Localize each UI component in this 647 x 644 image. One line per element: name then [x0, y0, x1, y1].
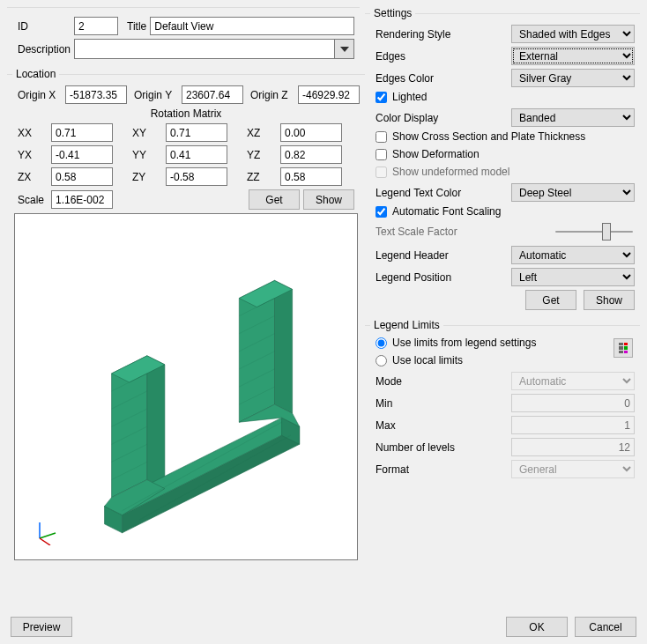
origin-z-input[interactable]: [298, 85, 360, 104]
auto-font-label: Automatic Font Scaling: [392, 205, 501, 218]
origin-x-input[interactable]: [65, 85, 127, 104]
settings-legend: Settings: [370, 7, 415, 19]
min-input: [511, 394, 635, 412]
lighted-label: Lighted: [392, 91, 427, 103]
show-undeformed-label: Show undeformed model: [392, 166, 509, 178]
legend-position-label: Legend Position: [376, 271, 462, 284]
axis-triad-icon: [33, 519, 59, 545]
origin-y-input[interactable]: [182, 85, 243, 104]
svg-line-28: [40, 538, 50, 545]
mode-select: Automatic: [511, 372, 635, 390]
format-select: General: [511, 460, 635, 478]
zx-input[interactable]: [51, 167, 113, 186]
min-label: Min: [376, 397, 462, 410]
legend-limits-legend: Legend Limits: [370, 319, 443, 331]
show-cross-checkbox[interactable]: [376, 131, 387, 143]
yz-input[interactable]: [280, 145, 342, 164]
use-local-label: Use local limits: [392, 354, 463, 366]
use-local-radio[interactable]: [376, 355, 387, 366]
mode-label: Mode: [376, 375, 462, 388]
max-input: [511, 416, 635, 434]
svg-marker-1: [147, 356, 165, 489]
show-deform-label: Show Deformation: [392, 148, 480, 160]
show-cross-label: Show Cross Section and Plate Thickness: [392, 130, 585, 143]
xy-label: XY: [132, 127, 162, 139]
rendering-style-label: Rendering Style: [376, 28, 462, 41]
zz-input[interactable]: [280, 167, 342, 186]
svg-line-27: [40, 533, 56, 538]
description-input[interactable]: [74, 39, 334, 59]
description-label: Description: [18, 43, 71, 56]
location-legend: Location: [12, 68, 59, 80]
description-dropdown-button[interactable]: [334, 39, 354, 59]
edges-label: Edges: [376, 50, 462, 63]
edges-select[interactable]: External: [511, 47, 635, 65]
chevron-down-icon: [340, 47, 349, 52]
xy-input[interactable]: [166, 123, 227, 142]
origin-y-label: Origin Y: [134, 89, 178, 101]
format-label: Format: [376, 463, 462, 476]
text-scale-slider: [554, 223, 635, 241]
legend-text-color-select[interactable]: Deep Steel: [511, 183, 635, 202]
yx-label: YX: [18, 149, 48, 161]
legend-text-color-label: Legend Text Color: [376, 187, 462, 199]
legend-header-label: Legend Header: [376, 249, 462, 262]
model-render: [15, 214, 357, 559]
settings-get-button[interactable]: Get: [525, 290, 576, 310]
settings-show-button[interactable]: Show: [584, 290, 635, 310]
color-display-label: Color Display: [376, 112, 462, 124]
levels-label: Number of levels: [376, 441, 462, 454]
ok-button[interactable]: OK: [506, 617, 568, 637]
xz-input[interactable]: [280, 123, 342, 142]
color-display-select[interactable]: Banded: [511, 108, 635, 127]
location-get-button[interactable]: Get: [249, 189, 300, 210]
origin-z-label: Origin Z: [250, 89, 294, 101]
id-label: ID: [18, 20, 71, 33]
preview-button[interactable]: Preview: [11, 617, 72, 637]
yz-label: YZ: [247, 149, 277, 161]
scale-label: Scale: [18, 194, 48, 206]
location-show-button[interactable]: Show: [303, 189, 354, 210]
zx-label: ZX: [18, 171, 48, 183]
use-settings-radio[interactable]: [376, 337, 387, 349]
legend-settings-button[interactable]: [614, 338, 633, 358]
lighted-checkbox[interactable]: [376, 92, 387, 103]
edges-color-label: Edges Color: [376, 72, 462, 85]
title-label: Title: [127, 20, 146, 33]
use-settings-label: Use limits from legend settings: [392, 337, 536, 349]
model-preview[interactable]: [14, 213, 358, 560]
legend-header-select[interactable]: Automatic: [511, 246, 635, 264]
scale-input[interactable]: [51, 190, 113, 209]
edges-color-select[interactable]: Silver Gray: [511, 69, 635, 87]
location-group: Location Origin X Origin Y Origin Z Rota…: [7, 68, 365, 564]
zy-label: ZY: [132, 171, 162, 183]
legend-limits-group: Legend Limits Use limits from legend set…: [365, 319, 640, 485]
settings-group: Settings Rendering StyleShaded with Edge…: [365, 7, 640, 314]
yy-input[interactable]: [166, 145, 227, 164]
max-label: Max: [376, 419, 462, 432]
zy-input[interactable]: [166, 167, 227, 186]
levels-input: [511, 438, 635, 456]
xx-label: XX: [18, 127, 48, 139]
show-undeformed-checkbox: [376, 167, 387, 178]
origin-x-label: Origin X: [18, 89, 62, 101]
legend-palette-icon: [619, 343, 628, 353]
svg-marker-4: [275, 280, 293, 413]
legend-position-select[interactable]: Left: [511, 268, 635, 286]
zz-label: ZZ: [247, 171, 277, 183]
id-input[interactable]: [74, 17, 118, 35]
cancel-button[interactable]: Cancel: [575, 617, 636, 637]
xx-input[interactable]: [51, 123, 113, 142]
show-deform-checkbox[interactable]: [376, 149, 387, 160]
title-input[interactable]: [150, 17, 354, 35]
yx-input[interactable]: [51, 145, 113, 164]
rotation-matrix-label: Rotation Matrix: [7, 107, 365, 120]
rendering-style-select[interactable]: Shaded with Edges: [511, 25, 635, 43]
auto-font-checkbox[interactable]: [376, 206, 387, 218]
text-scale-label: Text Scale Factor: [376, 226, 462, 238]
xz-label: XZ: [247, 127, 277, 139]
yy-label: YY: [132, 149, 162, 161]
